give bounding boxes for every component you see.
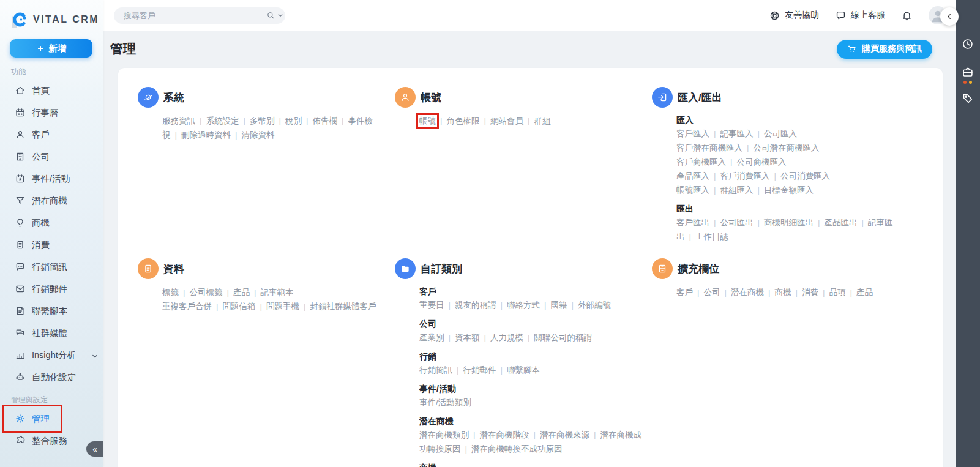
admin-link-潛在商機類別[interactable]: 潛在商機類別 xyxy=(419,430,469,439)
admin-link-潛在商機來源[interactable]: 潛在商機來源 xyxy=(540,430,589,439)
admin-link-商機[interactable]: 商機 xyxy=(775,288,791,297)
panel-collapse-button[interactable] xyxy=(940,7,959,26)
help-ring-icon xyxy=(769,10,780,21)
sidebar-item-管理[interactable]: 管理 xyxy=(0,408,103,430)
separator: | xyxy=(449,301,451,310)
chevron-down-icon[interactable] xyxy=(275,10,285,20)
sidebar-collapse-button[interactable]: « xyxy=(86,441,103,457)
separator: | xyxy=(216,302,219,311)
admin-link-產品[interactable]: 產品 xyxy=(856,288,873,297)
admin-link-產品[interactable]: 產品 xyxy=(233,288,250,297)
admin-link-親友的稱謂[interactable]: 親友的稱謂 xyxy=(455,301,496,310)
admin-link-系統設定[interactable]: 系統設定 xyxy=(206,116,239,125)
admin-link-客戶商機匯入[interactable]: 客戶商機匯入 xyxy=(676,157,726,166)
admin-link-記事匯入[interactable]: 記事匯入 xyxy=(720,129,754,138)
sidebar-item-客戶[interactable]: 客戶 xyxy=(0,124,103,146)
admin-link-客戶匯出[interactable]: 客戶匯出 xyxy=(676,218,709,227)
sidebar-item-公司[interactable]: 公司 xyxy=(0,146,103,168)
admin-link-客戶消費匯入[interactable]: 客戶消費匯入 xyxy=(720,171,770,181)
app-logo[interactable]: VITAL CRM xyxy=(0,0,103,29)
admin-link-目標金額匯入[interactable]: 目標金額匯入 xyxy=(764,185,814,195)
search-icon[interactable] xyxy=(266,10,275,20)
section-header: 匯入/匯出 xyxy=(652,85,909,110)
new-button[interactable]: 新增 xyxy=(10,39,92,58)
admin-link-人力規模[interactable]: 人力規模 xyxy=(490,333,523,342)
admin-link-外部編號[interactable]: 外部編號 xyxy=(578,301,611,310)
admin-link-多幣別[interactable]: 多幣別 xyxy=(250,116,275,125)
link-row: 客戶匯出|公司匯出|商機明細匯出|產品匯出|記事匯出|工作日誌 xyxy=(676,215,904,244)
rail-button-clock-icon[interactable] xyxy=(961,37,974,51)
admin-link-品項[interactable]: 品項 xyxy=(829,288,846,297)
sidebar-item-首頁[interactable]: 首頁 xyxy=(0,80,103,102)
admin-link-帳號[interactable]: 帳號 xyxy=(419,116,436,125)
admin-link-產品匯出[interactable]: 產品匯出 xyxy=(825,218,858,227)
admin-link-公司[interactable]: 公司 xyxy=(704,288,720,297)
admin-link-工作日誌[interactable]: 工作日誌 xyxy=(695,232,728,241)
sidebar-item-消費[interactable]: 消費 xyxy=(0,234,103,256)
admin-link-問題信箱[interactable]: 問題信箱 xyxy=(223,302,256,311)
admin-link-資本額[interactable]: 資本額 xyxy=(455,333,480,342)
sidebar-item-自動化設定[interactable]: 自動化設定 xyxy=(0,366,103,388)
rail-button-tag-icon[interactable] xyxy=(961,92,974,105)
admin-link-問題手機[interactable]: 問題手機 xyxy=(266,302,299,311)
notifications-button[interactable] xyxy=(901,10,913,21)
online-support-link[interactable]: 線上客服 xyxy=(835,10,885,21)
buy-services-button[interactable]: 購買服務與簡訊 xyxy=(837,40,932,59)
admin-link-佈告欄[interactable]: 佈告欄 xyxy=(313,116,338,125)
admin-link-標籤[interactable]: 標籤 xyxy=(162,288,179,297)
admin-link-刪除過時資料[interactable]: 刪除過時資料 xyxy=(181,130,231,140)
separator: | xyxy=(758,129,760,138)
admin-link-帳號匯入[interactable]: 帳號匯入 xyxy=(676,185,709,195)
admin-link-行銷郵件[interactable]: 行銷郵件 xyxy=(463,365,496,375)
sidebar-item-聯繫腳本[interactable]: 聯繫腳本 xyxy=(0,300,103,322)
admin-link-客戶[interactable]: 客戶 xyxy=(676,288,693,297)
admin-link-國籍[interactable]: 國籍 xyxy=(551,301,567,310)
admin-link-潛在商機階段[interactable]: 潛在商機階段 xyxy=(480,430,529,439)
admin-link-消費[interactable]: 消費 xyxy=(802,288,818,297)
separator: | xyxy=(528,333,530,342)
search-input[interactable] xyxy=(114,11,266,20)
admin-link-封鎖社群媒體客戶[interactable]: 封鎖社群媒體客戶 xyxy=(310,302,376,311)
sidebar-item-事件/活動[interactable]: 事件/活動 xyxy=(0,168,103,190)
admin-link-重要日[interactable]: 重要日 xyxy=(419,301,444,310)
admin-link-客戶潛在商機匯入[interactable]: 客戶潛在商機匯入 xyxy=(676,143,742,152)
admin-link-重複客戶合併[interactable]: 重複客戶合併 xyxy=(162,302,212,311)
separator: | xyxy=(730,157,733,166)
admin-link-網站會員[interactable]: 網站會員 xyxy=(490,116,523,125)
admin-link-記事範本[interactable]: 記事範本 xyxy=(261,288,294,297)
admin-link-行銷簡訊[interactable]: 行銷簡訊 xyxy=(419,365,452,375)
sidebar-item-潛在商機[interactable]: 潛在商機 xyxy=(0,190,103,212)
admin-link-潛在商機[interactable]: 潛在商機 xyxy=(731,288,764,297)
sidebar-item-行銷簡訊[interactable]: 行銷簡訊 xyxy=(0,256,103,278)
admin-link-聯繫腳本[interactable]: 聯繫腳本 xyxy=(507,365,540,375)
admin-link-清除資料[interactable]: 清除資料 xyxy=(242,130,275,140)
admin-link-公司標籤[interactable]: 公司標籤 xyxy=(190,288,223,297)
admin-link-公司商機匯入[interactable]: 公司商機匯入 xyxy=(737,157,787,166)
admin-link-產品匯入[interactable]: 產品匯入 xyxy=(676,171,709,181)
admin-link-事件/活動類別[interactable]: 事件/活動類別 xyxy=(419,398,471,407)
sidebar-item-社群媒體[interactable]: 社群媒體 xyxy=(0,322,103,344)
friendly-help-link[interactable]: 友善協助 xyxy=(769,10,819,21)
admin-link-角色權限[interactable]: 角色權限 xyxy=(447,116,480,125)
admin-link-群組匯入[interactable]: 群組匯入 xyxy=(720,185,754,195)
link-group: 行銷行銷簡訊|行銷郵件|聯繫腳本 xyxy=(419,350,647,377)
admin-link-聯絡方式[interactable]: 聯絡方式 xyxy=(507,301,540,310)
new-button-label: 新增 xyxy=(49,43,67,54)
admin-link-公司匯入[interactable]: 公司匯入 xyxy=(764,129,797,138)
admin-link-公司消費匯入[interactable]: 公司消費匯入 xyxy=(780,171,830,181)
sidebar-item-商機[interactable]: 商機 xyxy=(0,212,103,234)
admin-link-群組[interactable]: 群組 xyxy=(534,116,551,125)
rail-button-briefcase-icon[interactable] xyxy=(961,65,974,79)
admin-link-公司潛在商機匯入[interactable]: 公司潛在商機匯入 xyxy=(754,143,820,152)
admin-link-客戶匯入[interactable]: 客戶匯入 xyxy=(676,129,709,138)
admin-link-服務資訊[interactable]: 服務資訊 xyxy=(162,116,195,125)
admin-link-公司匯出[interactable]: 公司匯出 xyxy=(720,218,754,227)
admin-link-關聯公司的稱謂[interactable]: 關聯公司的稱謂 xyxy=(534,333,593,342)
admin-link-商機明細匯出[interactable]: 商機明細匯出 xyxy=(764,218,814,227)
sidebar-item-Insight分析[interactable]: Insight分析 xyxy=(0,344,103,366)
admin-link-稅別[interactable]: 稅別 xyxy=(285,116,302,125)
sidebar-item-行銷郵件[interactable]: 行銷郵件 xyxy=(0,278,103,300)
sidebar-item-行事曆[interactable]: 行事曆 xyxy=(0,102,103,124)
admin-link-潛在商機轉換不成功原因[interactable]: 潛在商機轉換不成功原因 xyxy=(471,444,563,454)
admin-link-產業別[interactable]: 產業別 xyxy=(419,333,444,342)
